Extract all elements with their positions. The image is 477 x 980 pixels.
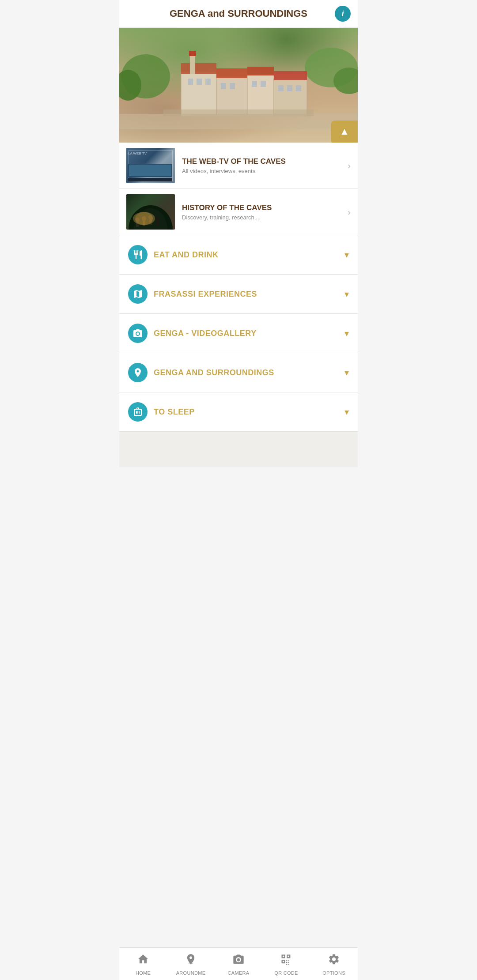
frasassi-label: FRASASSI EXPERIENCES bbox=[154, 290, 341, 299]
hero-buildings-svg bbox=[119, 41, 358, 129]
history-text: HISTORY OF THE CAVES Discovery, training… bbox=[182, 204, 344, 221]
webtv-screen bbox=[128, 164, 172, 181]
history-title: HISTORY OF THE CAVES bbox=[182, 204, 344, 212]
svg-rect-23 bbox=[296, 85, 301, 91]
webtv-subtitle: All videos, interviews, events bbox=[182, 168, 344, 174]
svg-rect-30 bbox=[128, 178, 172, 181]
svg-point-37 bbox=[148, 215, 153, 219]
genga-icon-circle bbox=[128, 363, 148, 382]
svg-rect-36 bbox=[143, 221, 145, 226]
svg-rect-19 bbox=[252, 81, 257, 87]
page-title: GENGA and SURROUNDINGS bbox=[170, 8, 307, 19]
svg-rect-45 bbox=[139, 411, 140, 414]
svg-rect-22 bbox=[287, 85, 292, 91]
menu-item-to-sleep[interactable]: TO SLEEP ▾ bbox=[119, 392, 358, 432]
svg-text:LA WEB TV: LA WEB TV bbox=[128, 151, 147, 155]
svg-point-33 bbox=[135, 218, 140, 222]
menu-item-genga-surroundings[interactable]: GENGA AND SURROUNDINGS ▾ bbox=[119, 353, 358, 392]
svg-rect-38 bbox=[149, 219, 152, 225]
svg-rect-14 bbox=[188, 79, 193, 85]
svg-rect-16 bbox=[205, 79, 211, 85]
history-arrow-icon: › bbox=[348, 207, 351, 217]
genga-surroundings-label: GENGA AND SURROUNDINGS bbox=[154, 368, 341, 377]
videogallery-chevron-icon: ▾ bbox=[344, 328, 349, 339]
history-subtitle: Discovery, training, research ... bbox=[182, 214, 344, 221]
list-item-webtv[interactable]: LA WEB TV DELLE GROTTE THE WEB-TV OF THE… bbox=[119, 143, 358, 189]
svg-rect-24 bbox=[119, 114, 358, 129]
webtv-thumbnail: LA WEB TV DELLE GROTTE bbox=[126, 148, 175, 183]
webtv-arrow-icon: › bbox=[348, 161, 351, 171]
eat-drink-chevron-icon: ▾ bbox=[344, 249, 349, 260]
scroll-up-button[interactable]: ▲ bbox=[331, 121, 358, 143]
webtv-title: THE WEB-TV OF THE CAVES bbox=[182, 157, 344, 166]
menu-item-videogallery[interactable]: GENGA - VIDEOGALLERY ▾ bbox=[119, 314, 358, 353]
svg-point-42 bbox=[136, 332, 139, 335]
svg-point-39 bbox=[155, 216, 159, 221]
svg-rect-7 bbox=[216, 68, 247, 78]
svg-rect-25 bbox=[163, 109, 314, 116]
svg-rect-40 bbox=[156, 221, 159, 226]
svg-rect-21 bbox=[278, 85, 284, 91]
svg-rect-15 bbox=[197, 79, 202, 85]
caves-scene bbox=[126, 194, 175, 230]
info-button[interactable]: i bbox=[335, 6, 351, 22]
svg-point-35 bbox=[142, 216, 146, 221]
svg-rect-12 bbox=[190, 54, 195, 74]
to-sleep-chevron-icon: ▾ bbox=[344, 407, 349, 417]
genga-surroundings-chevron-icon: ▾ bbox=[344, 367, 349, 378]
svg-rect-9 bbox=[247, 67, 274, 75]
svg-rect-34 bbox=[136, 222, 139, 227]
bottom-spacer bbox=[119, 432, 358, 467]
svg-rect-44 bbox=[137, 411, 138, 414]
svg-rect-43 bbox=[136, 411, 137, 414]
svg-rect-18 bbox=[230, 83, 235, 89]
webtv-logo: LA WEB TV DELLE GROTTE bbox=[128, 150, 163, 157]
eat-drink-label: EAT AND DRINK bbox=[154, 250, 341, 260]
list-item-history[interactable]: HISTORY OF THE CAVES Discovery, training… bbox=[119, 189, 358, 235]
svg-rect-11 bbox=[274, 71, 307, 80]
history-thumbnail bbox=[126, 194, 175, 230]
app-header: GENGA and SURROUNDINGS i bbox=[119, 0, 358, 28]
scroll-up-arrow: ▲ bbox=[340, 126, 349, 137]
menu-item-frasassi[interactable]: FRASASSI EXPERIENCES ▾ bbox=[119, 275, 358, 314]
main-content: LA WEB TV DELLE GROTTE THE WEB-TV OF THE… bbox=[119, 143, 358, 467]
webtv-text: THE WEB-TV OF THE CAVES All videos, inte… bbox=[182, 157, 344, 174]
svg-rect-13 bbox=[189, 51, 196, 56]
history-thumb-bg bbox=[126, 194, 175, 230]
hero-image: ▲ bbox=[119, 28, 358, 143]
svg-point-41 bbox=[135, 212, 153, 225]
frasassi-icon-circle bbox=[128, 284, 148, 304]
svg-rect-29 bbox=[129, 165, 171, 176]
eat-drink-icon-circle bbox=[128, 245, 148, 264]
videogallery-icon-circle bbox=[128, 324, 148, 343]
sleep-icon-circle bbox=[128, 402, 148, 422]
videogallery-label: GENGA - VIDEOGALLERY bbox=[154, 329, 341, 338]
webtv-thumb-bg: LA WEB TV DELLE GROTTE bbox=[126, 148, 175, 183]
svg-rect-20 bbox=[261, 81, 266, 87]
to-sleep-label: TO SLEEP bbox=[154, 407, 341, 417]
frasassi-chevron-icon: ▾ bbox=[344, 289, 349, 299]
info-icon: i bbox=[341, 9, 344, 19]
menu-item-eat-drink[interactable]: EAT AND DRINK ▾ bbox=[119, 235, 358, 275]
svg-rect-5 bbox=[181, 63, 216, 74]
svg-rect-17 bbox=[221, 83, 226, 89]
